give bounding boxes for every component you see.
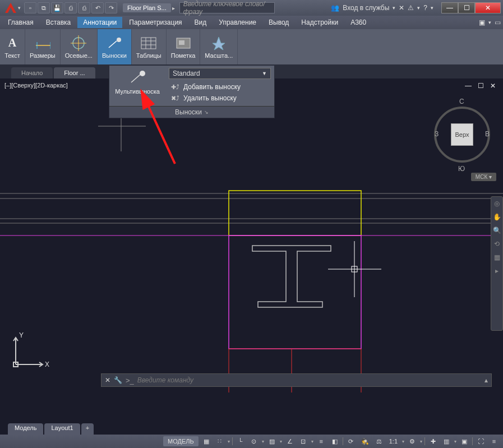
sb-annomon-icon[interactable]: 🕵: [359, 436, 371, 446]
sb-transparency-icon[interactable]: ◧: [329, 436, 340, 446]
maximize-button[interactable]: ☐: [458, 2, 475, 13]
command-input[interactable]: [137, 376, 481, 384]
sb-hardware-icon[interactable]: ▣: [459, 436, 470, 446]
redo-icon[interactable]: ↷: [105, 2, 117, 13]
menu-parametric[interactable]: Параметризация: [123, 17, 187, 28]
text-icon: A: [4, 35, 20, 51]
titlebar: ▾ ▫ ⧉ 💾 ⎙ ⎙ ↶ ↷ Floor Plan S... ▸ Введит…: [0, 0, 503, 16]
leaders-panel-expander[interactable]: Выноски ↘: [109, 106, 274, 118]
leader-style-dropdown[interactable]: Standard ▼: [169, 68, 271, 79]
nav-wheel-icon[interactable]: ◎: [492, 199, 501, 208]
layout-tab-add[interactable]: +: [81, 423, 94, 435]
command-line[interactable]: ✕ 🔧 >_ ▴: [101, 373, 492, 387]
ribbon-markup[interactable]: Пометка: [167, 29, 201, 64]
menu-view[interactable]: Вид: [189, 17, 213, 28]
sb-lwt-icon[interactable]: ≡: [316, 436, 327, 446]
navigation-bar: ◎ ✋ 🔍 ⟲ ▦ ▸: [491, 196, 503, 331]
drawing-area[interactable]: [–][Сверху][2D-каркас] — ☐ ✕ Верх С Ю В …: [0, 78, 503, 404]
sb-3dosnap-icon[interactable]: ⊡: [298, 436, 309, 446]
svg-rect-7: [141, 38, 156, 49]
add-leader-button[interactable]: ✚⤴ Добавить выноску: [169, 81, 271, 93]
remove-leader-button[interactable]: ✖⤴ Удалить выноску: [169, 93, 271, 104]
title-dropdown-icon[interactable]: ▸: [172, 5, 175, 11]
ribbon-dimensions[interactable]: Размеры: [25, 29, 61, 64]
layout-tab-model[interactable]: Модель: [8, 423, 43, 435]
exchange-icon[interactable]: ✕: [399, 4, 404, 12]
nav-zoom-icon[interactable]: 🔍: [492, 226, 501, 235]
app-logo: [2, 1, 19, 15]
sb-workspace-icon[interactable]: ✚: [427, 436, 439, 446]
leaders-dropdown: Мультивыноска Standard ▼ ✚⤴ Добавить вын…: [109, 65, 275, 118]
menu-annotations[interactable]: Аннотации: [77, 17, 122, 28]
search-placeholder: Введите ключевое слово/фразу: [183, 0, 271, 16]
dimensions-icon: [35, 35, 50, 51]
add-leader-label: Добавить выноску: [183, 83, 241, 91]
nav-collapse-icon[interactable]: ▸: [492, 266, 501, 275]
nav-showmotion-icon[interactable]: ▦: [492, 253, 501, 262]
minimize-button[interactable]: —: [441, 2, 458, 13]
search-input[interactable]: Введите ключевое слово/фразу: [179, 2, 275, 13]
sb-isodraft-icon[interactable]: ▨: [266, 436, 278, 446]
sb-cycling-icon[interactable]: ⟳: [345, 436, 357, 446]
print-icon[interactable]: ⎙: [78, 2, 90, 13]
multileader-icon: [129, 69, 146, 86]
sb-scale-label[interactable]: 1:1: [387, 436, 400, 446]
sb-grid-icon[interactable]: ▦: [201, 436, 212, 446]
menu-a360[interactable]: A360: [345, 17, 372, 28]
sb-ortho-icon[interactable]: └: [235, 436, 246, 446]
sb-model-button[interactable]: МОДЕЛЬ: [163, 436, 199, 446]
nav-orbit-icon[interactable]: ⟲: [492, 239, 501, 248]
expand-arrow-icon: ↘: [204, 109, 209, 115]
ribbon-leaders[interactable]: Выноски: [98, 29, 132, 64]
signin-link[interactable]: Вход в службы: [343, 4, 389, 12]
canvas[interactable]: [0, 78, 503, 404]
multileader-button[interactable]: Мультивыноска: [109, 66, 165, 106]
menubar: Главная Вставка Аннотации Параметризация…: [0, 16, 503, 29]
menu-home[interactable]: Главная: [2, 17, 39, 28]
quick-access-toolbar: ▫ ⧉ 💾 ⎙ ⎙ ↶ ↷: [24, 2, 117, 13]
cmdline-tool-icon[interactable]: 🔧: [114, 376, 122, 384]
close-button[interactable]: ✕: [475, 2, 501, 13]
featured-apps-icon[interactable]: ▣: [479, 19, 485, 26]
sb-polar-icon[interactable]: ⊙: [248, 436, 260, 446]
svg-text:X: X: [45, 361, 49, 368]
leaders-icon: [107, 35, 122, 51]
sb-custom-icon[interactable]: ≡: [488, 436, 500, 446]
cmdline-close-icon[interactable]: ✕: [105, 376, 110, 384]
menu-output[interactable]: Вывод: [263, 17, 294, 28]
menu-manage[interactable]: Управление: [213, 17, 262, 28]
help-icon[interactable]: ?: [423, 4, 427, 12]
remove-leader-icon: ✖⤴: [170, 94, 180, 102]
ribbon-tables[interactable]: Таблицы: [132, 29, 167, 64]
ucs-icon[interactable]: X Y: [10, 331, 49, 370]
file-tab-floorplan[interactable]: Floor ...: [54, 67, 95, 78]
undo-icon[interactable]: ↶: [91, 2, 104, 13]
sb-ui-icon[interactable]: ▥: [441, 436, 452, 446]
new-icon[interactable]: ▫: [24, 2, 36, 13]
save-icon[interactable]: 💾: [51, 2, 63, 13]
collapse-ribbon-icon[interactable]: ▭: [495, 19, 501, 26]
open-icon[interactable]: ⧉: [38, 2, 50, 13]
saveas-icon[interactable]: ⎙: [64, 2, 77, 13]
signin-icon[interactable]: 👥: [331, 4, 339, 12]
sb-snap-icon[interactable]: ∷: [214, 436, 225, 446]
cmdline-expand-icon[interactable]: ▴: [484, 376, 488, 384]
svg-rect-20: [229, 191, 361, 235]
svg-rect-13: [179, 40, 184, 45]
svg-text:Y: Y: [19, 331, 24, 339]
menu-insert[interactable]: Вставка: [40, 17, 77, 28]
ribbon-centerlines[interactable]: Осевые...: [61, 29, 98, 64]
sb-osnap-icon[interactable]: ∠: [284, 436, 296, 446]
ribbon: A Текст Размеры Осевые... Выноски Таблиц…: [0, 29, 503, 65]
sb-gear-icon[interactable]: ⚙: [407, 436, 418, 446]
sb-annoscale-icon[interactable]: ⚖: [373, 436, 385, 446]
ribbon-scale[interactable]: Масшта...: [200, 29, 238, 64]
nav-pan-icon[interactable]: ✋: [492, 213, 501, 221]
layout-tab-layout1[interactable]: Layout1: [44, 423, 80, 435]
sb-cleanscreen-icon[interactable]: ⛶: [475, 436, 486, 446]
a360-icon[interactable]: ⚠: [408, 4, 414, 12]
add-leader-icon: ✚⤴: [170, 83, 180, 91]
menu-addins[interactable]: Надстройки: [296, 17, 344, 28]
ribbon-text[interactable]: A Текст: [0, 29, 25, 64]
file-tab-start[interactable]: Начало: [11, 67, 53, 78]
